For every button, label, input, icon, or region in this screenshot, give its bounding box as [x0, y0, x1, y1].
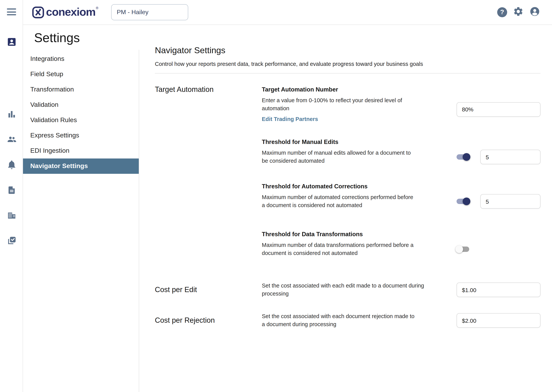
field-description: Maximum number of automated corrections …: [262, 193, 414, 210]
nav-item-navigator-settings[interactable]: Navigator Settings: [23, 159, 139, 174]
brand-name: conexiom: [46, 5, 95, 19]
notifications-bell-icon[interactable]: [0, 159, 23, 170]
bar-chart-icon[interactable]: [0, 109, 23, 119]
automated-corrections-toggle[interactable]: [457, 199, 469, 204]
field-description: Enter a value from 0-100% to reflect you…: [262, 97, 428, 112]
settings-nav: Integrations Field Setup Transformation …: [23, 50, 139, 392]
people-icon[interactable]: [0, 134, 23, 145]
automated-corrections-input[interactable]: [480, 194, 540, 209]
target-automation-fields: Target Automation Number Enter a value f…: [262, 86, 540, 282]
app-window: conexiom ® PM - Hailey ? Settings Integr…: [0, 0, 552, 392]
edit-trading-partners-link[interactable]: Edit Trading Partners: [262, 116, 428, 122]
document-icon[interactable]: [0, 184, 23, 195]
field-description: Set the cost associated with each edit m…: [262, 282, 428, 298]
nav-item-express-settings[interactable]: Express Settings: [23, 128, 139, 143]
tasks-check-icon[interactable]: [0, 235, 23, 246]
header-divider: [155, 73, 540, 73]
cost-per-rejection-input[interactable]: [457, 313, 540, 328]
toggle-thumb: [463, 153, 470, 161]
rail-icon-list: [0, 36, 23, 246]
help-icon[interactable]: ?: [497, 7, 507, 17]
nav-item-integrations[interactable]: Integrations: [23, 51, 139, 67]
target-automation-section: Target Automation Target Automation Numb…: [155, 86, 540, 282]
panel-subtitle: Control how your reports present data, t…: [155, 60, 540, 68]
toggle-thumb: [463, 197, 470, 205]
cost-per-edit-label: Cost per Edit: [155, 286, 262, 294]
hamburger-menu-icon[interactable]: [7, 8, 16, 15]
navigator-settings-panel: Navigator Settings Control how your repo…: [139, 25, 552, 392]
field-title: Threshold for Automated Corrections: [262, 183, 540, 190]
workspace-selector[interactable]: PM - Hailey: [111, 4, 188, 20]
target-automation-label: Target Automation: [155, 85, 262, 282]
field-description: Maximum number of manual edits allowed f…: [262, 149, 415, 165]
conexiom-logo[interactable]: conexiom ®: [31, 5, 98, 19]
icon-rail: [0, 0, 23, 392]
data-transformations-field: Threshold for Data Transformations Maxim…: [262, 231, 540, 257]
cost-per-edit-input[interactable]: [457, 282, 540, 297]
automated-corrections-field: Threshold for Automated Corrections Maxi…: [262, 183, 540, 210]
field-description: Maximum number of data transformations p…: [262, 241, 414, 257]
field-title: Threshold for Data Transformations: [262, 231, 540, 238]
field-title: Target Automation Number: [262, 86, 540, 93]
account-box-icon[interactable]: [0, 36, 23, 47]
cost-per-edit-section: Cost per Edit Set the cost associated wi…: [155, 282, 540, 298]
registered-mark: ®: [96, 6, 98, 10]
nav-item-transformation[interactable]: Transformation: [23, 82, 139, 97]
nav-item-edi-ingestion[interactable]: EDI Ingestion: [23, 143, 139, 159]
content-area: Settings Integrations Field Setup Transf…: [23, 25, 552, 392]
toggle-thumb: [455, 245, 463, 253]
workspace-name: PM - Hailey: [117, 9, 148, 16]
target-automation-number-field: Target Automation Number Enter a value f…: [262, 86, 540, 122]
field-title: Threshold for Manual Edits: [262, 139, 540, 146]
conexiom-logo-mark: [31, 6, 45, 19]
manual-edits-field: Threshold for Manual Edits Maximum numbe…: [262, 139, 540, 165]
cost-per-rejection-label: Cost per Rejection: [155, 316, 262, 325]
data-transformations-toggle[interactable]: [457, 246, 469, 252]
nav-item-validation[interactable]: Validation: [23, 97, 139, 112]
account-circle-icon[interactable]: [529, 6, 540, 18]
settings-sidebar: Settings Integrations Field Setup Transf…: [23, 25, 139, 392]
nav-item-field-setup[interactable]: Field Setup: [23, 67, 139, 82]
organization-building-icon[interactable]: [0, 210, 23, 221]
settings-gear-icon[interactable]: [513, 6, 524, 18]
target-automation-input[interactable]: [457, 102, 540, 117]
manual-edits-toggle[interactable]: [457, 154, 469, 160]
manual-edits-input[interactable]: [480, 150, 540, 164]
panel-title: Navigator Settings: [155, 46, 540, 56]
page-title: Settings: [23, 25, 139, 50]
top-actions: ?: [497, 6, 546, 18]
cost-per-rejection-section: Cost per Rejection Set the cost associat…: [155, 312, 540, 329]
nav-item-validation-rules[interactable]: Validation Rules: [23, 112, 139, 128]
top-bar: conexiom ® PM - Hailey ?: [23, 0, 552, 25]
field-description: Set the cost associated with each docume…: [262, 312, 419, 329]
